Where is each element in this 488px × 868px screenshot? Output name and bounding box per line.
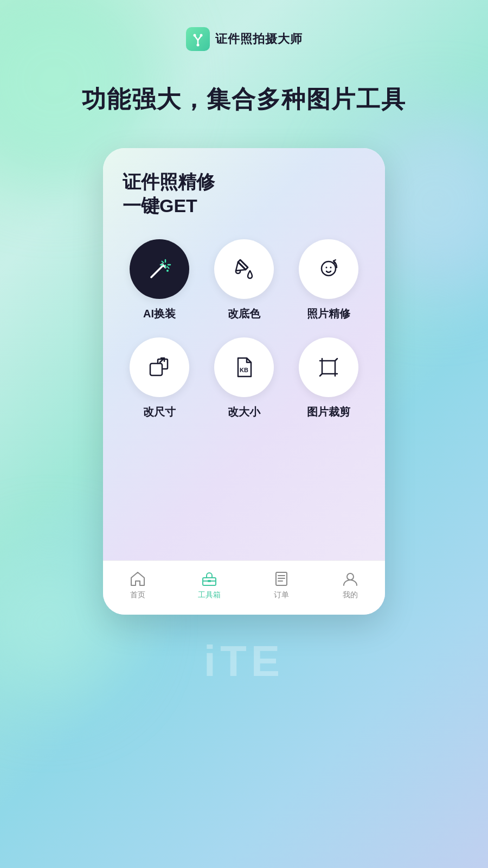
tool-item-change-bg[interactable]: 改底色: [207, 239, 281, 321]
tool-label-change-bg: 改底色: [228, 307, 260, 321]
app-name-label: 证件照拍摄大师: [215, 31, 303, 47]
svg-point-14: [330, 267, 332, 269]
svg-text:KB: KB: [240, 367, 248, 373]
tool-item-filesize[interactable]: KB 改大小: [207, 337, 281, 419]
screen-title: 证件照精修 一键GET: [123, 170, 365, 218]
toolbox-icon: [201, 570, 218, 588]
svg-line-24: [335, 359, 337, 361]
tool-label-filesize: 改大小: [228, 405, 260, 419]
nav-label-mine: 我的: [343, 590, 358, 600]
tool-item-retouch[interactable]: 照片精修: [292, 239, 365, 321]
tool-icon-filesize: KB: [214, 337, 274, 397]
nav-item-toolbox[interactable]: 工具箱: [198, 570, 221, 600]
svg-line-3: [151, 265, 163, 277]
tool-item-ai-outfit[interactable]: AI换装: [123, 239, 196, 321]
tool-icon-crop: [299, 337, 358, 397]
bottom-ite-text: iTE: [204, 636, 284, 686]
app-header: 证件照拍摄大师: [0, 0, 488, 51]
nav-item-orders[interactable]: 订单: [273, 570, 290, 600]
svg-point-12: [322, 261, 336, 276]
main-heading: 功能强大，集合多种图片工具: [0, 84, 488, 116]
home-icon: [129, 570, 146, 588]
tool-grid: AI换装: [123, 239, 365, 419]
tool-icon-retouch: [299, 239, 358, 299]
screen-title-line1: 证件照精修: [123, 170, 365, 194]
nav-item-home[interactable]: 首页: [129, 570, 146, 600]
tool-item-resize[interactable]: 改尺寸: [123, 337, 196, 419]
nav-label-orders: 订单: [274, 590, 289, 600]
tool-icon-ai-outfit: [130, 239, 189, 299]
nav-label-toolbox: 工具箱: [198, 590, 221, 600]
svg-line-9: [162, 261, 164, 263]
tool-label-crop: 图片裁剪: [307, 405, 350, 419]
phone-mockup-wrapper: 证件照精修 一键GET: [0, 148, 488, 615]
nav-item-mine[interactable]: 我的: [342, 570, 359, 600]
svg-rect-27: [208, 580, 211, 582]
svg-point-32: [347, 573, 354, 580]
nav-label-home: 首页: [130, 590, 145, 600]
orders-icon: [273, 570, 290, 588]
svg-line-10: [168, 267, 169, 269]
svg-line-23: [320, 374, 322, 376]
tool-item-crop[interactable]: 图片裁剪: [292, 337, 365, 419]
bottom-nav: 首页 工具箱: [103, 560, 385, 615]
phone-screen: 证件照精修 一键GET: [103, 148, 385, 615]
app-icon: [186, 27, 210, 51]
tool-label-resize: 改尺寸: [143, 405, 176, 419]
tool-label-retouch: 照片精修: [307, 307, 350, 321]
svg-rect-15: [150, 363, 162, 375]
mine-icon: [342, 570, 359, 588]
tool-label-ai-outfit: AI换装: [143, 307, 176, 321]
svg-point-11: [166, 270, 169, 272]
tool-icon-change-bg: [214, 239, 274, 299]
svg-point-13: [326, 267, 328, 269]
svg-rect-18: [322, 361, 335, 374]
tool-icon-resize: [130, 337, 189, 397]
svg-point-0: [193, 34, 196, 37]
svg-point-1: [200, 34, 202, 37]
svg-point-2: [196, 44, 199, 47]
phone-mockup: 证件照精修 一键GET: [103, 148, 385, 615]
bottom-text-area: iTE: [0, 636, 488, 686]
screen-title-line2: 一键GET: [123, 194, 365, 218]
